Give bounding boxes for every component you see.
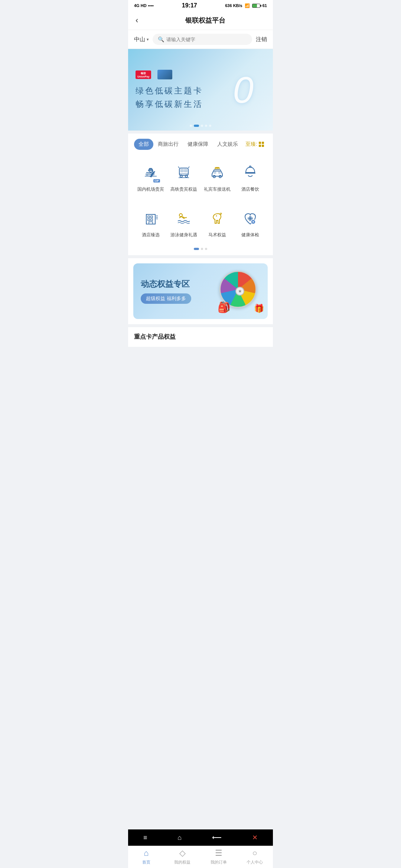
gift-box-icon: 🎁 [254, 304, 264, 313]
train-label: 高铁贵宾权益 [170, 186, 197, 193]
svg-rect-12 [245, 172, 255, 174]
network-type: 4G HD [134, 3, 147, 8]
banner-line1: 绿色低碳主题卡 [136, 85, 221, 96]
dynamic-subtitle: 超级权益 福利多多 [141, 293, 191, 304]
icon-swim[interactable]: 游泳健身礼遇 [167, 204, 201, 243]
tab-all[interactable]: 全部 [134, 139, 153, 150]
cancel-button[interactable]: 注销 [256, 36, 267, 43]
chevron-down-icon: ▾ [147, 37, 149, 42]
featured-section: 重点卡产品权益 [128, 327, 273, 347]
dot-3 [201, 125, 203, 127]
health-label: 健康体检 [241, 232, 259, 238]
dot-4 [205, 125, 207, 127]
search-bar: 中山 ▾ 🔍 注销 [128, 30, 273, 49]
dynamic-text-area: 动态权益专区 超级权益 福利多多 [141, 279, 212, 304]
svg-point-22 [216, 216, 217, 217]
search-input-wrapper[interactable]: 🔍 [153, 34, 252, 45]
tab-premium[interactable]: 至臻: [242, 139, 267, 150]
banner-line2: 畅享低碳新生活 [136, 99, 221, 110]
hotel-select-label: 酒店臻选 [142, 232, 160, 238]
swim-label: 游泳健身礼遇 [170, 232, 197, 238]
icons-grid-row2: 酒店臻选 游泳健身礼遇 [134, 201, 267, 246]
dynamic-title: 动态权益专区 [141, 279, 212, 290]
swim-icon-wrapper [174, 209, 194, 229]
hotel-dining-label: 酒店餐饮 [241, 186, 259, 193]
header: ‹ 银联权益平台 [128, 11, 273, 30]
status-bar: 4G HD ▪▪▪▪ 19:17 636 KB/s 📶 61 [128, 0, 273, 11]
horse-label: 马术权益 [208, 232, 226, 238]
car-icon-wrapper: TAXI [207, 163, 227, 183]
swim-svg [176, 211, 192, 227]
svg-point-4 [180, 175, 182, 177]
icons-grid-row1: CIP 国内机场贵宾 高铁贵宾权益 [134, 155, 267, 201]
battery-icon [252, 4, 260, 8]
logo-divider [154, 71, 154, 78]
svg-rect-19 [151, 219, 153, 221]
icon-hotel-dining[interactable]: 酒店餐饮 [234, 159, 267, 197]
svg-rect-8 [214, 172, 216, 174]
clock: 19:17 [182, 2, 197, 9]
dynamic-section: 动态权益专区 超级权益 福利多多 ★ 🎒 🎁 [128, 258, 273, 324]
svg-rect-9 [218, 172, 221, 174]
dot-1 [190, 125, 192, 127]
banner-dots [190, 125, 211, 127]
premium-label: 至臻: [245, 141, 257, 148]
search-icon: 🔍 [158, 36, 164, 42]
svg-rect-24 [248, 217, 253, 220]
svg-rect-16 [148, 216, 150, 218]
gift-bag-icon: 🎒 [218, 301, 231, 313]
icon-health[interactable]: 健康体检 [234, 204, 267, 243]
cloud-zero: 0 [233, 71, 254, 108]
hotel-icon-wrapper [141, 209, 161, 229]
page-dot-3 [205, 248, 207, 250]
status-right: 636 KB/s 📶 61 [225, 3, 267, 8]
banner-right: 0 [221, 71, 265, 108]
cip-badge: CIP [153, 179, 160, 183]
grid-icon [259, 142, 264, 147]
battery-fill [252, 4, 257, 7]
airport-icon-wrapper: CIP [141, 163, 161, 183]
dynamic-right: ★ 🎒 🎁 [212, 271, 260, 312]
speed-indicator: 636 KB/s [225, 3, 242, 8]
tab-culture[interactable]: 人文娱乐 [213, 139, 242, 150]
banner[interactable]: 银联 UnionPay 绿色低碳主题卡 畅享低碳新生活 0 [128, 49, 273, 131]
battery-label: 61 [263, 3, 267, 8]
hotel-dining-icon-wrapper [240, 163, 260, 183]
dynamic-banner[interactable]: 动态权益专区 超级权益 福利多多 ★ 🎒 🎁 [133, 263, 268, 319]
icon-airport[interactable]: CIP 国内机场贵宾 [134, 159, 167, 197]
network-info: 4G HD ▪▪▪▪ [134, 3, 154, 8]
horse-svg [209, 211, 225, 227]
search-input[interactable] [166, 37, 247, 42]
page-dots-2 [134, 246, 267, 255]
health-svg [242, 211, 258, 227]
hotel-svg [143, 211, 159, 227]
back-button[interactable]: ‹ [134, 16, 140, 25]
dot-2-active [194, 125, 199, 127]
wheel-container: ★ 🎒 🎁 [219, 271, 260, 312]
tab-health[interactable]: 健康保障 [183, 139, 213, 150]
health-icon-wrapper [240, 209, 260, 229]
tab-travel[interactable]: 商旅出行 [153, 139, 183, 150]
svg-rect-18 [148, 219, 150, 221]
car-svg: TAXI [209, 165, 225, 181]
icon-hotel-select[interactable]: 酒店臻选 [134, 204, 167, 243]
hotel-dining-svg [242, 165, 258, 181]
wheel-center: ★ [235, 287, 244, 296]
airport-label: 国内机场贵宾 [137, 186, 164, 193]
category-tabs: 全部 商旅出行 健康保障 人文娱乐 至臻: [134, 139, 267, 155]
train-icon-wrapper [174, 163, 194, 183]
banner-logo: 银联 UnionPay [136, 70, 221, 79]
icon-horse[interactable]: 马术权益 [200, 204, 234, 243]
wifi-icon: 📶 [245, 3, 250, 8]
banner-content: 银联 UnionPay 绿色低碳主题卡 畅享低碳新生活 [136, 70, 221, 110]
city-select[interactable]: 中山 ▾ [134, 36, 149, 43]
page-dot-2 [201, 248, 203, 250]
car-label: 礼宾车接送机 [204, 186, 231, 193]
svg-point-5 [185, 175, 188, 177]
unionpay-logo: 银联 UnionPay [136, 70, 151, 79]
page-dot-1-active [194, 248, 199, 250]
icon-car[interactable]: TAXI 礼宾车接送机 [200, 159, 234, 197]
icon-train[interactable]: 高铁贵宾权益 [167, 159, 201, 197]
card-thumbnail [157, 70, 172, 79]
train-svg [176, 165, 192, 181]
